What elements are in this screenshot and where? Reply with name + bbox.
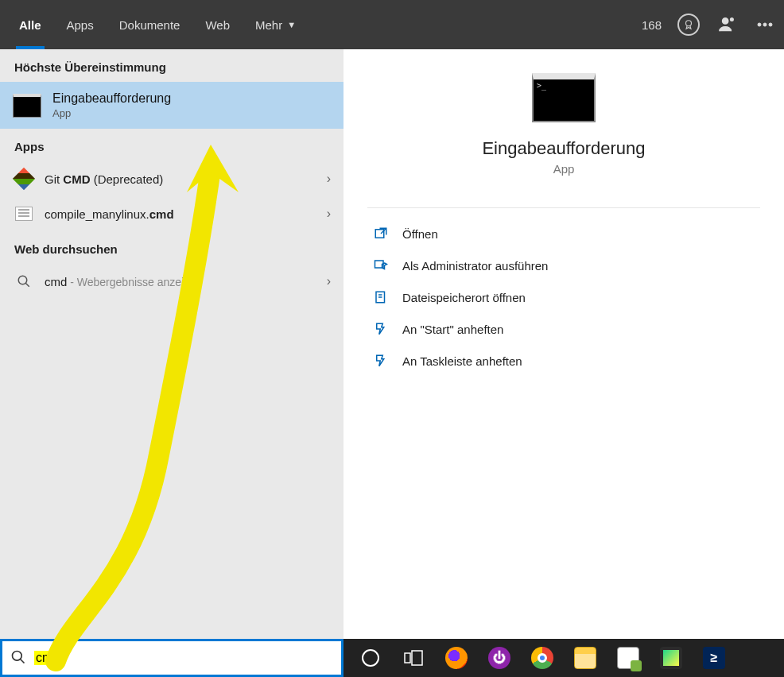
pin-start-icon (371, 321, 391, 337)
web-section-header: Web durchsuchen (0, 231, 343, 264)
best-match-result[interactable]: Eingabeaufforderung App (0, 82, 343, 129)
tab-all[interactable]: Alle (8, 0, 52, 49)
taskbar-pycharm[interactable] (650, 640, 692, 675)
taskbar-chrome[interactable] (522, 640, 563, 675)
svg-point-6 (18, 276, 27, 284)
results-list-pane: Höchste Übereinstimmung Eingabeaufforder… (0, 49, 343, 639)
search-scope-tabs: Alle Apps Dokumente Web Mehr ▼ 168 (0, 0, 784, 49)
svg-line-7 (25, 283, 29, 287)
action-run-admin[interactable]: Als Administrator ausführen (367, 250, 760, 281)
result-git-cmd[interactable]: Git CMD (Deprecated) › (0, 161, 343, 196)
folder-location-icon (371, 289, 391, 305)
rewards-medal-icon[interactable] (677, 14, 700, 36)
tab-more[interactable]: Mehr ▼ (244, 0, 307, 49)
action-pintaskbar-label: An Taskleiste anheften (402, 354, 522, 368)
top-right-controls: 168 (642, 14, 776, 36)
result-compile-manylinux[interactable]: compile_manylinux.cmd › (0, 196, 343, 231)
search-icon (13, 272, 35, 291)
tab-more-label: Mehr (255, 18, 282, 32)
action-admin-label: Als Administrator ausführen (402, 259, 548, 273)
svg-rect-8 (375, 230, 384, 238)
admin-shield-icon (371, 257, 391, 273)
best-match-header: Höchste Übereinstimmung (0, 49, 343, 82)
best-match-subtitle: App (52, 107, 171, 119)
taskbar-notepadpp[interactable] (607, 640, 649, 675)
taskbar-taskview[interactable] (393, 640, 434, 675)
svg-line-12 (21, 660, 25, 663)
git-icon (13, 169, 35, 188)
action-fileloc-label: Dateispeicherort öffnen (402, 291, 526, 304)
preview-app-icon (532, 73, 596, 122)
result-web-search[interactable]: cmd - Webergebnisse anzeigen › (0, 264, 343, 299)
taskbar-shutdown-app[interactable]: ⏻ (479, 640, 520, 675)
search-input-highlighted: cmd (34, 651, 61, 665)
result-web-label: cmd - Webergebnisse anzeigen (45, 275, 327, 288)
chrome-icon (531, 647, 553, 669)
account-icon[interactable] (716, 14, 738, 36)
taskbar-powershell[interactable]: ≥ (693, 640, 735, 675)
action-pin-start[interactable]: An "Start" anheften (367, 313, 760, 345)
tab-web[interactable]: Web (194, 0, 241, 49)
powershell-icon: ≥ (703, 647, 725, 669)
action-pinstart-label: An "Start" anheften (402, 323, 503, 336)
power-icon: ⏻ (488, 647, 510, 669)
svg-point-11 (13, 652, 22, 661)
action-open-label: Öffnen (402, 227, 438, 241)
divider (367, 207, 760, 208)
svg-rect-14 (412, 651, 422, 665)
result-compile-label: compile_manylinux.cmd (45, 207, 327, 221)
taskbar-cortana[interactable] (350, 640, 391, 675)
preview-title: Eingabeaufforderung (367, 138, 760, 159)
more-options-icon[interactable] (754, 14, 776, 36)
rewards-points[interactable]: 168 (642, 18, 662, 32)
apps-section-header: Apps (0, 129, 343, 161)
chevron-down-icon: ▼ (287, 20, 296, 29)
chevron-right-icon: › (327, 274, 331, 288)
open-icon (371, 226, 391, 242)
tabs-container: Alle Apps Dokumente Web Mehr ▼ (8, 0, 307, 49)
search-box[interactable]: cmd (0, 639, 343, 677)
tab-apps[interactable]: Apps (56, 0, 105, 49)
preview-subtitle: App (367, 162, 760, 176)
cmd-file-icon (13, 204, 35, 223)
taskbar: ⏻ ≥ (343, 639, 784, 677)
cmd-app-icon (13, 94, 41, 118)
taskview-icon (404, 650, 423, 666)
svg-point-3 (758, 23, 761, 26)
svg-point-0 (686, 21, 692, 26)
cortana-icon (362, 649, 379, 667)
svg-rect-13 (405, 653, 410, 663)
best-match-title: Eingabeaufforderung (52, 91, 171, 106)
action-open[interactable]: Öffnen (367, 218, 760, 250)
taskbar-explorer[interactable] (565, 640, 606, 675)
chevron-right-icon: › (327, 207, 331, 221)
search-icon (10, 649, 28, 667)
firefox-icon (445, 647, 468, 669)
svg-point-5 (769, 23, 772, 26)
file-explorer-icon (574, 647, 596, 669)
search-results-area: Höchste Übereinstimmung Eingabeaufforder… (0, 49, 784, 639)
svg-point-1 (723, 18, 728, 24)
action-open-file-location[interactable]: Dateispeicherort öffnen (367, 281, 760, 313)
svg-point-2 (731, 18, 734, 21)
pycharm-icon (660, 647, 682, 669)
tab-documents[interactable]: Dokumente (108, 0, 192, 49)
preview-pane: Eingabeaufforderung App Öffnen Als Admin… (343, 49, 784, 639)
best-match-text: Eingabeaufforderung App (52, 91, 171, 119)
result-git-cmd-label: Git CMD (Deprecated) (45, 172, 327, 186)
notepadpp-icon (617, 647, 639, 669)
chevron-right-icon: › (327, 172, 331, 186)
svg-point-4 (763, 23, 767, 26)
action-pin-taskbar[interactable]: An Taskleiste anheften (367, 345, 760, 377)
pin-taskbar-icon (371, 353, 391, 369)
taskbar-firefox[interactable] (436, 640, 477, 675)
